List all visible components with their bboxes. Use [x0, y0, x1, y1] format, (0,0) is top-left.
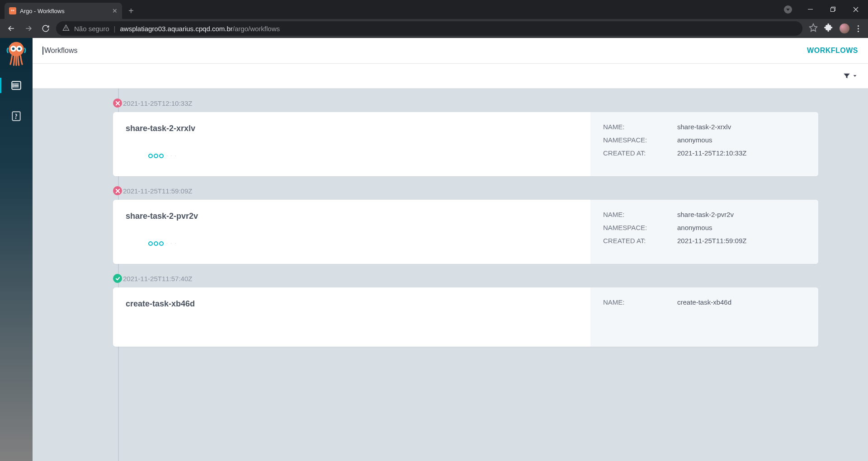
argo-favicon — [9, 7, 16, 14]
detail-value-created: 2021-11-25T11:59:09Z — [677, 237, 746, 245]
workflow-details: NAME:share-task-2-xrxlv NAMESPACE:anonym… — [590, 112, 818, 176]
argo-logo[interactable] — [5, 42, 27, 64]
new-tab-button[interactable]: + — [122, 6, 140, 19]
svg-point-13 — [18, 47, 21, 50]
detail-label-namespace: NAMESPACE: — [603, 224, 677, 231]
window-maximize[interactable] — [823, 2, 844, 17]
insecure-icon — [62, 24, 70, 33]
workflow-item: 2021-11-25T11:57:40Z create-task-xb46d N… — [82, 264, 818, 347]
breadcrumb: Workflows — [42, 47, 78, 55]
bookmark-star-icon[interactable] — [809, 23, 818, 34]
nav-reload-button[interactable] — [39, 22, 52, 35]
app-sidebar — [0, 38, 33, 461]
nav-link-workflows[interactable]: WORKFLOWS — [807, 47, 858, 55]
workflow-title: share-task-2-xrxlv — [126, 124, 578, 133]
page-toolbar — [33, 64, 868, 89]
workflow-card[interactable]: share-task-2-xrxlv · · · NAME:share-task… — [113, 112, 818, 176]
filter-toggle[interactable] — [843, 72, 858, 80]
account-indicator[interactable] — [778, 2, 798, 17]
url-input[interactable]: Não seguro | awsplatiagro03.aquarius.cpq… — [56, 21, 802, 36]
browser-menu-button[interactable] — [856, 24, 861, 34]
detail-label-created: CREATED AT: — [603, 149, 677, 157]
workflow-item: 2021-11-25T11:59:09Z share-task-2-pvr2v … — [82, 176, 818, 264]
profile-avatar[interactable] — [840, 24, 849, 33]
svg-rect-4 — [808, 9, 813, 9]
workflow-timestamp-row: 2021-11-25T12:10:33Z — [113, 99, 818, 108]
status-fail-icon — [113, 186, 122, 195]
detail-label-name: NAME: — [603, 211, 677, 218]
chevron-down-icon — [852, 73, 858, 79]
detail-value-created: 2021-11-25T12:10:33Z — [677, 149, 746, 157]
tab-title: Argo - Workflows — [20, 8, 108, 14]
security-label: Não seguro — [74, 25, 109, 33]
detail-label-name: NAME: — [603, 123, 677, 131]
nav-back-button[interactable] — [5, 22, 18, 35]
window-minimize[interactable] — [800, 2, 821, 17]
svg-point-19 — [13, 85, 13, 85]
workflow-title: share-task-2-pvr2v — [126, 212, 578, 221]
svg-rect-6 — [831, 8, 835, 12]
sidebar-item-help[interactable] — [7, 107, 26, 126]
detail-value-name: share-task-2-pvr2v — [677, 211, 734, 218]
window-controls — [778, 0, 868, 19]
extensions-icon[interactable] — [824, 23, 833, 34]
workflow-item: 2021-11-25T12:10:33Z share-task-2-xrxlv … — [82, 89, 818, 176]
svg-point-22 — [15, 118, 16, 118]
workflow-details: NAME:share-task-2-pvr2v NAMESPACE:anonym… — [590, 200, 818, 264]
workflow-list[interactable]: 2021-11-25T12:10:33Z share-task-2-xrxlv … — [33, 89, 868, 461]
detail-value-name: create-task-xb46d — [677, 298, 731, 306]
detail-label-name: NAME: — [603, 298, 677, 306]
detail-value-namespace: anonymous — [677, 136, 712, 144]
svg-point-2 — [11, 10, 12, 10]
workflow-details: NAME:create-task-xb46d — [590, 287, 818, 347]
workflow-graph-preview: · · · — [148, 153, 578, 158]
workflow-timestamp-row: 2021-11-25T11:59:09Z — [113, 186, 818, 195]
detail-value-namespace: anonymous — [677, 224, 712, 231]
svg-point-12 — [12, 47, 15, 50]
nav-forward-button[interactable] — [22, 22, 35, 35]
detail-label-created: CREATED AT: — [603, 237, 677, 245]
status-ok-icon — [113, 274, 122, 283]
workflow-timestamp: 2021-11-25T11:59:09Z — [123, 187, 192, 195]
svg-point-18 — [13, 84, 13, 84]
browser-address-bar: Não seguro | awsplatiagro03.aquarius.cpq… — [0, 19, 868, 38]
workflow-title: create-task-xb46d — [126, 299, 578, 309]
workflow-graph-preview: · · · — [148, 241, 578, 246]
workflow-card[interactable]: create-task-xb46d NAME:create-task-xb46d — [113, 287, 818, 347]
svg-rect-8 — [66, 29, 66, 29]
url-text: awsplatiagro03.aquarius.cpqd.com.br/argo… — [120, 25, 280, 33]
svg-rect-7 — [66, 27, 66, 28]
svg-point-20 — [13, 87, 13, 87]
sidebar-item-workflows[interactable] — [7, 76, 26, 95]
workflow-timestamp: 2021-11-25T12:10:33Z — [123, 99, 192, 107]
window-close[interactable] — [845, 2, 866, 17]
page-header: Workflows WORKFLOWS — [33, 38, 868, 64]
detail-value-name: share-task-2-xrxlv — [677, 123, 731, 131]
workflow-timestamp-row: 2021-11-25T11:57:40Z — [113, 274, 818, 283]
workflow-card[interactable]: share-task-2-pvr2v · · · NAME:share-task… — [113, 200, 818, 264]
svg-point-3 — [13, 10, 14, 10]
filter-icon — [843, 72, 851, 80]
url-divider: | — [114, 25, 116, 33]
status-fail-icon — [113, 99, 122, 108]
tab-close-button[interactable]: ✕ — [112, 7, 118, 14]
browser-tab-strip: Argo - Workflows ✕ + — [0, 0, 868, 19]
browser-tab[interactable]: Argo - Workflows ✕ — [5, 3, 122, 19]
workflow-timestamp: 2021-11-25T11:57:40Z — [123, 275, 192, 282]
detail-label-namespace: NAMESPACE: — [603, 136, 677, 144]
